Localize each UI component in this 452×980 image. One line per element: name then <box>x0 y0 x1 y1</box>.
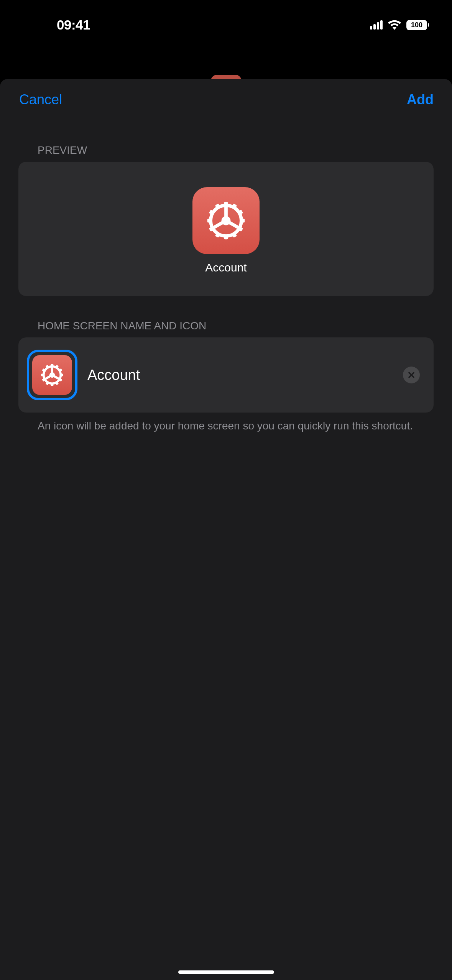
status-bar: 09:41 100 <box>0 0 452 50</box>
name-icon-row <box>18 337 434 413</box>
icon-picker-button[interactable] <box>27 350 77 400</box>
svg-rect-11 <box>224 234 228 239</box>
gear-icon <box>202 197 250 245</box>
shortcut-icon <box>32 355 72 395</box>
battery-icon: 100 <box>406 20 429 30</box>
preview-label: Account <box>205 261 247 274</box>
svg-rect-28 <box>51 383 53 386</box>
svg-rect-31 <box>41 374 44 376</box>
footer-note: An icon will be added to your home scree… <box>0 413 452 433</box>
close-icon <box>408 371 415 379</box>
wifi-icon <box>388 20 401 30</box>
svg-rect-14 <box>207 219 212 222</box>
preview-app-icon <box>192 187 260 254</box>
name-section-header: Home Screen Name and Icon <box>0 296 452 337</box>
battery-level: 100 <box>411 21 422 29</box>
svg-rect-22 <box>51 364 53 367</box>
status-icons: 100 <box>370 20 429 30</box>
preview-card: Account <box>18 162 434 296</box>
cancel-button[interactable]: Cancel <box>19 92 62 108</box>
modal-sheet: Cancel Add Preview <box>0 79 452 980</box>
add-button[interactable]: Add <box>407 92 434 108</box>
svg-rect-25 <box>60 374 63 376</box>
clear-text-button[interactable] <box>403 367 420 383</box>
preview-section-header: Preview <box>0 120 452 162</box>
status-time: 09:41 <box>57 17 90 33</box>
svg-rect-8 <box>240 219 245 222</box>
svg-rect-5 <box>224 202 228 207</box>
home-indicator[interactable] <box>178 970 274 974</box>
nav-bar: Cancel Add <box>0 79 452 120</box>
gear-icon <box>38 361 66 389</box>
cellular-icon <box>370 20 383 30</box>
shortcut-name-input[interactable] <box>87 367 393 383</box>
